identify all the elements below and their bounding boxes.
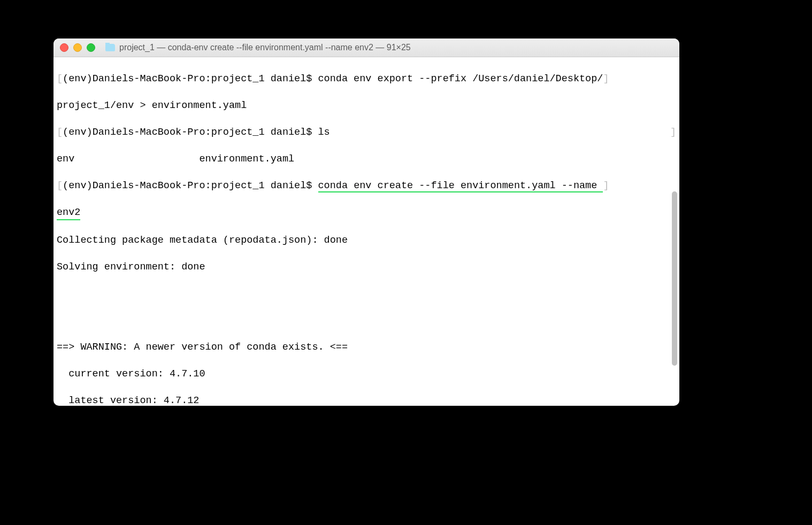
titlebar[interactable]: project_1 — conda-env create --file envi… bbox=[53, 38, 679, 57]
wrap-bracket-close: ] bbox=[603, 180, 609, 191]
scrollbar[interactable] bbox=[672, 191, 677, 366]
terminal-body[interactable]: [(env)Daniels-MacBook-Pro:project_1 dani… bbox=[53, 57, 679, 406]
prompt-env: (env) bbox=[63, 73, 93, 84]
out-collecting: Collecting package metadata (repodata.js… bbox=[57, 235, 348, 246]
terminal-window: project_1 — conda-env create --file envi… bbox=[53, 38, 679, 406]
prompt-hostpath: Daniels-MacBook-Pro:project_1 daniel$ bbox=[93, 73, 312, 84]
window-title: project_1 — conda-env create --file envi… bbox=[105, 43, 411, 52]
wrap-bracket-open: [ bbox=[57, 127, 63, 138]
zoom-icon[interactable] bbox=[87, 43, 95, 52]
prompt-env: (env) bbox=[63, 127, 93, 138]
folder-icon bbox=[105, 44, 115, 51]
cmd-create-space bbox=[312, 180, 318, 191]
out-warning-latest: latest version: 4.7.12 bbox=[57, 395, 199, 406]
cmd-create-underlined: conda env create --file environment.yaml… bbox=[318, 180, 603, 192]
close-icon[interactable] bbox=[60, 43, 68, 52]
cmd-create-underlined-cont: env2 bbox=[57, 206, 80, 220]
cmd-export: conda env export --prefix /Users/daniel/… bbox=[312, 73, 603, 84]
cmd-ls: ls bbox=[312, 127, 330, 138]
wrap-bracket-close: ] bbox=[670, 126, 676, 139]
minimize-icon[interactable] bbox=[73, 43, 82, 52]
prompt-env: (env) bbox=[63, 180, 93, 191]
out-warning-header: ==> WARNING: A newer version of conda ex… bbox=[57, 342, 348, 353]
prompt-hostpath: Daniels-MacBook-Pro:project_1 daniel$ bbox=[93, 180, 312, 191]
prompt-hostpath: Daniels-MacBook-Pro:project_1 daniel$ bbox=[93, 127, 312, 138]
wrap-bracket-open: [ bbox=[57, 73, 63, 84]
window-title-text: project_1 — conda-env create --file envi… bbox=[119, 43, 411, 52]
cmd-export-cont: project_1/env > environment.yaml bbox=[57, 100, 247, 111]
wrap-bracket-close: ] bbox=[603, 73, 609, 84]
ls-output: env environment.yaml bbox=[57, 153, 294, 165]
wrap-bracket-open: [ bbox=[57, 180, 63, 191]
out-warning-current: current version: 4.7.10 bbox=[57, 368, 205, 380]
out-solving: Solving environment: done bbox=[57, 261, 205, 273]
